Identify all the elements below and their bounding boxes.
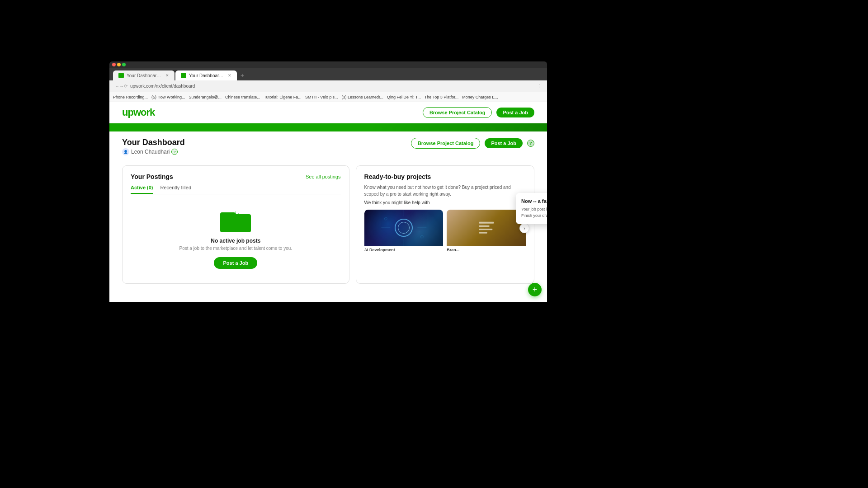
post-job-empty-button[interactable]: Post a Job xyxy=(214,257,257,269)
new-tab-button[interactable]: + xyxy=(238,70,247,80)
project-card-ai[interactable]: AI Development xyxy=(364,210,443,253)
tab-recently-filled[interactable]: Recently filled xyxy=(160,185,191,194)
ready-card-description: Know what you need but not how to get it… xyxy=(364,184,526,197)
dashboard-actions: Browse Project Catalog Post a Job ? xyxy=(411,138,534,149)
url-display[interactable]: upwork.com/nx/client/dashboard xyxy=(130,84,537,89)
user-help-icon[interactable]: ? xyxy=(171,149,178,155)
folder-body xyxy=(220,214,251,232)
dashboard-title: Your Dashboard xyxy=(122,138,185,147)
dashboard-header: Your Dashboard 👤 Leon Chaudhari ? Browse… xyxy=(109,131,547,160)
ready-to-buy-card: Ready-to-buy projects Know what you need… xyxy=(356,165,534,284)
user-name-row: 👤 Leon Chaudhari ? xyxy=(122,148,185,155)
empty-title: No active job posts xyxy=(211,238,260,244)
upwork-logo[interactable]: upwork xyxy=(122,107,155,118)
dashboard-title-block: Your Dashboard 👤 Leon Chaudhari ? xyxy=(122,138,185,155)
ready-card-title: Ready-to-buy projects xyxy=(364,173,526,180)
user-name-text: Leon Chaudhari xyxy=(131,149,170,155)
brand-image xyxy=(447,210,526,246)
svg-rect-9 xyxy=(479,232,487,233)
logo-text: upwork xyxy=(122,107,155,118)
page-content: upwork Browse Project Catalog Post a Job… xyxy=(109,102,547,302)
postings-card-header: Your Postings See all postings xyxy=(131,173,341,180)
svg-rect-6 xyxy=(479,222,494,224)
svg-rect-8 xyxy=(479,229,492,230)
bookmark-8[interactable]: The Top 3 Platfor... xyxy=(425,95,458,99)
browser-titlebar xyxy=(109,61,547,68)
browse-catalog-button-dash[interactable]: Browse Project Catalog xyxy=(411,138,480,149)
job-post-popup: Now -- a faster job post Your job post i… xyxy=(516,193,547,224)
popup-text: Your job post is almost complete. Finish… xyxy=(521,206,547,219)
ai-dev-label: AI Development xyxy=(364,246,443,253)
fab-icon: + xyxy=(533,285,538,295)
dashboard-top: Your Dashboard 👤 Leon Chaudhari ? Browse… xyxy=(122,138,534,155)
bookmark-3[interactable]: Chinese translate... xyxy=(225,95,260,99)
site-header: upwork Browse Project Catalog Post a Job xyxy=(109,102,547,123)
svg-point-4 xyxy=(384,217,387,220)
header-actions: Browse Project Catalog Post a Job xyxy=(423,107,534,118)
bookmark-7[interactable]: Qing Fei De Yi: T... xyxy=(387,95,421,99)
svg-rect-7 xyxy=(479,225,489,227)
tab-active[interactable]: Active (0) xyxy=(131,185,153,194)
progress-bar xyxy=(109,123,547,131)
carousel-next-button[interactable]: › xyxy=(519,223,529,233)
see-all-postings-link[interactable]: See all postings xyxy=(306,174,341,179)
svg-point-5 xyxy=(420,235,423,238)
user-avatar-icon: 👤 xyxy=(122,148,129,155)
bookmark-5[interactable]: SMTH - Velo pls... xyxy=(305,95,338,99)
help-circle-icon[interactable]: ? xyxy=(527,140,534,147)
postings-card-title: Your Postings xyxy=(131,173,173,180)
ai-dev-image xyxy=(364,210,443,246)
fab-button[interactable]: + xyxy=(528,283,542,296)
bookmark-6[interactable]: (3) Lessons Learned!... xyxy=(341,95,383,99)
bookmark-4[interactable]: Tutorial: Eigene Fa... xyxy=(264,95,302,99)
bookmark-2[interactable]: Sunderangelo@... xyxy=(189,95,222,99)
carousel-arrow-icon: › xyxy=(524,226,525,231)
tab-2[interactable]: Your Dashboard - Upwork ✕ xyxy=(175,70,237,80)
tab-2-favicon xyxy=(181,73,186,78)
post-job-button-dash[interactable]: Post a Job xyxy=(485,138,523,148)
folder-icon xyxy=(220,209,251,232)
minimize-button[interactable] xyxy=(117,63,121,66)
tab-1-label: Your Dashboard - Upwork xyxy=(127,73,163,78)
maximize-button[interactable] xyxy=(122,63,126,66)
tab-2-label: Your Dashboard - Upwork xyxy=(189,73,225,78)
tab-1-close[interactable]: ✕ xyxy=(165,73,169,78)
tab-2-close[interactable]: ✕ xyxy=(228,73,231,78)
main-grid: Your Postings See all postings Active (0… xyxy=(109,165,547,290)
close-button[interactable] xyxy=(112,63,116,66)
empty-subtitle: Post a job to the marketplace and let ta… xyxy=(179,246,292,251)
postings-tabs: Active (0) Recently filled xyxy=(131,185,341,194)
tab-1[interactable]: Your Dashboard - Upwork ✕ xyxy=(113,70,175,80)
bookmarks-bar: Phone Recording... (5) How Working... Su… xyxy=(109,92,547,102)
bookmark-0[interactable]: Phone Recording... xyxy=(113,95,148,99)
postings-card: Your Postings See all postings Active (0… xyxy=(122,165,349,284)
address-bar[interactable]: ←→⟳ upwork.com/nx/client/dashboard ⋮ xyxy=(109,80,547,92)
post-job-button-header[interactable]: Post a Job xyxy=(496,108,534,117)
ready-card-hint: We think you might like help with xyxy=(364,200,526,205)
brand-label: Bran... xyxy=(447,246,526,253)
projects-row: AI Development xyxy=(364,210,526,253)
project-card-brand[interactable]: Bran... xyxy=(447,210,526,253)
tab-bar: Your Dashboard - Upwork ✕ Your Dashboard… xyxy=(109,68,547,80)
bookmark-9[interactable]: Money Charges E... xyxy=(462,95,498,99)
empty-state: No active job posts Post a job to the ma… xyxy=(131,200,341,276)
tab-favicon xyxy=(118,73,124,78)
bookmark-1[interactable]: (5) How Working... xyxy=(151,95,185,99)
popup-title: Now -- a faster job post xyxy=(521,198,547,204)
browse-catalog-button-header[interactable]: Browse Project Catalog xyxy=(423,107,492,118)
